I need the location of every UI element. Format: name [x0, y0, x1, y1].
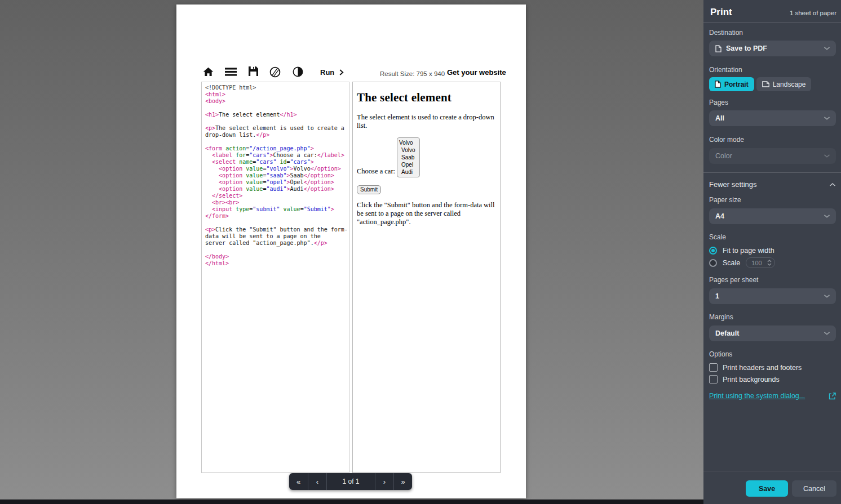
divider: [703, 22, 841, 23]
previous-page-button[interactable]: ‹: [308, 473, 326, 490]
select-option[interactable]: Volvo: [397, 146, 419, 154]
paper-size-value: A4: [715, 212, 724, 220]
portrait-page-icon: [715, 81, 721, 88]
run-label: Run: [320, 68, 334, 77]
code-line: [205, 247, 349, 253]
chevron-up-icon: [829, 182, 836, 187]
circle-slash-icon[interactable]: [269, 66, 281, 78]
select-option[interactable]: Saab: [397, 154, 419, 161]
landscape-button[interactable]: Landscape: [756, 77, 812, 91]
pages-dropdown[interactable]: All: [709, 110, 836, 126]
chevron-down-icon: [824, 116, 830, 121]
home-icon[interactable]: [203, 66, 214, 78]
scale-value-input[interactable]: 100: [746, 257, 775, 268]
destination-label: Destination: [703, 29, 841, 37]
first-page-button[interactable]: «: [289, 473, 308, 490]
system-dialog-link[interactable]: Print using the system dialog...: [709, 392, 805, 400]
pages-per-sheet-label: Pages per sheet: [703, 276, 841, 284]
print-headers-footers-label: Print headers and footers: [723, 364, 802, 372]
pages-label: Pages: [703, 99, 841, 106]
fewer-settings-label: Fewer settings: [709, 180, 757, 189]
code-line: <option value="opel">Opel</option>: [205, 179, 349, 186]
destination-dropdown[interactable]: Save to PDF: [709, 41, 836, 56]
select-option[interactable]: Opel: [397, 161, 419, 168]
page-count-label: 1 of 1: [326, 473, 375, 490]
code-line: <br><br>: [205, 199, 349, 206]
preview-page: Run Result Size: 795 x 940 Get your webs…: [176, 5, 526, 498]
fit-to-page-width-option[interactable]: Fit to page width: [703, 247, 841, 255]
orientation-label: Orientation: [703, 66, 841, 74]
run-button[interactable]: Run: [320, 68, 344, 77]
get-your-website-link[interactable]: Get your website: [447, 68, 506, 77]
code-line: [205, 118, 349, 125]
bottom-edge: [0, 499, 703, 504]
radio-selected-icon[interactable]: [709, 247, 717, 255]
output-heading: The select element: [357, 91, 497, 105]
code-line: <p>The select element is used to create …: [205, 125, 349, 132]
paper-size-dropdown[interactable]: A4: [709, 208, 836, 224]
code-line: </body>: [205, 253, 349, 260]
car-form-row: Choose a car: Volvo VolvoSaabOpelAudi: [357, 137, 497, 177]
code-editor-pane[interactable]: <!DOCTYPE html><html><body> <h1>The sele…: [201, 82, 349, 473]
contrast-icon[interactable]: [293, 66, 304, 78]
output-note: Click the "Submit" button and the form-d…: [357, 201, 498, 226]
code-line: </html>: [205, 260, 349, 267]
scale-value: 100: [751, 260, 764, 266]
print-backgrounds-option[interactable]: Print backgrounds: [703, 375, 841, 383]
code-line: server called "action_page.php".</p>: [205, 240, 349, 247]
code-line: <!DOCTYPE html>: [205, 84, 349, 91]
code-content: <!DOCTYPE html><html><body> <h1>The sele…: [202, 82, 349, 267]
custom-scale-option[interactable]: Scale 100: [703, 257, 841, 268]
code-line: <option value="volvo">Volvo</option>: [205, 166, 349, 172]
last-page-button[interactable]: »: [393, 473, 412, 490]
select-display-value[interactable]: Volvo: [397, 139, 419, 146]
landscape-label: Landscape: [773, 81, 806, 88]
select-option[interactable]: Audi: [397, 168, 419, 176]
code-line: <body>: [205, 98, 349, 105]
color-mode-label: Color mode: [703, 136, 841, 144]
print-headers-footers-option[interactable]: Print headers and footers: [703, 363, 841, 372]
code-line: [205, 105, 349, 111]
cancel-button[interactable]: Cancel: [792, 480, 836, 497]
pages-value: All: [715, 114, 724, 122]
external-link-icon: [829, 393, 836, 400]
print-preview-area: Run Result Size: 795 x 940 Get your webs…: [0, 0, 703, 504]
margins-dropdown[interactable]: Default: [709, 325, 836, 341]
pages-per-sheet-dropdown[interactable]: 1: [709, 288, 836, 304]
save-button[interactable]: Save: [746, 480, 788, 497]
chevron-right-icon: [339, 69, 344, 75]
code-line: drop-down list.</p>: [205, 132, 349, 139]
divider: [703, 172, 841, 173]
options-label: Options: [703, 350, 841, 358]
panel-title: Print: [710, 7, 732, 18]
stepper-down-icon: [767, 263, 772, 266]
custom-scale-label: Scale: [723, 259, 740, 267]
page-navigation: « ‹ 1 of 1 › »: [289, 473, 412, 490]
landscape-page-icon: [762, 81, 769, 87]
stepper-up-icon: [767, 260, 772, 262]
checkbox-unchecked-icon[interactable]: [709, 375, 718, 383]
save-icon[interactable]: [249, 66, 260, 78]
fewer-settings-toggle[interactable]: Fewer settings: [703, 180, 841, 189]
code-line: <html>: [205, 91, 349, 98]
car-select-listbox[interactable]: Volvo VolvoSaabOpelAudi: [397, 137, 420, 177]
submit-button[interactable]: Submit: [357, 185, 381, 194]
code-line: <option value="saab">Saab</option>: [205, 172, 349, 179]
menu-icon[interactable]: [225, 66, 236, 78]
next-page-button[interactable]: ›: [375, 473, 393, 490]
portrait-label: Portrait: [724, 81, 749, 88]
code-line: <label for="cars">Choose a car:</label>: [205, 152, 349, 159]
scale-label: Scale: [703, 233, 841, 241]
paper-size-label: Paper size: [703, 196, 841, 204]
code-line: <form action="/action_page.php">: [205, 145, 349, 152]
code-line: <option value="audi">Audi</option>: [205, 186, 349, 193]
result-size-label: Result Size: 795 x 940: [380, 70, 445, 77]
color-mode-dropdown[interactable]: Color: [709, 148, 836, 164]
portrait-button[interactable]: Portrait: [709, 77, 754, 91]
stepper-icons[interactable]: [767, 260, 772, 266]
code-line: [205, 139, 349, 145]
chevron-down-icon: [824, 46, 830, 51]
print-settings-panel: Print 1 sheet of paper Destination Save …: [703, 0, 841, 504]
checkbox-unchecked-icon[interactable]: [709, 363, 718, 372]
radio-unselected-icon[interactable]: [709, 259, 717, 267]
